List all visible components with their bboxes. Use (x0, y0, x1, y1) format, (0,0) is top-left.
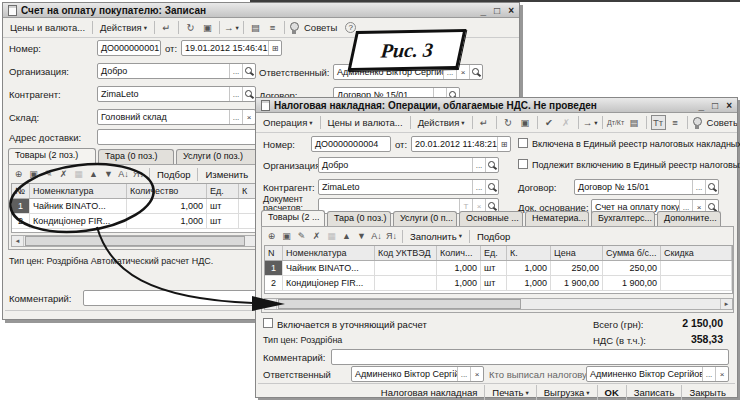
write-close-icon[interactable]: ↵ (477, 115, 492, 130)
cell-quantity[interactable]: 1,000 (127, 214, 207, 228)
tab-accounting[interactable]: Бухгалтерс... (591, 211, 655, 226)
ellipsis-button[interactable]: ... (472, 158, 485, 172)
col-k[interactable]: К. (507, 246, 551, 260)
ellipsis-button[interactable]: ... (472, 180, 485, 194)
sort-asc-icon[interactable]: А↓ (370, 230, 383, 243)
magnifier-icon[interactable] (242, 87, 255, 101)
tab-fixed-assets[interactable]: Основные ... (459, 211, 523, 226)
comment-field[interactable] (331, 349, 729, 365)
clear-button[interactable]: × (242, 110, 255, 124)
tab-services[interactable]: Услуги (0 поз.) (176, 149, 260, 164)
pick-button[interactable]: Подбор (473, 230, 514, 243)
cell-price[interactable]: 250,00 (551, 261, 603, 275)
move-down-icon[interactable]: ▼ (102, 168, 115, 181)
col-sum[interactable]: Сумма б/с... (603, 246, 661, 260)
tab-tare[interactable]: Тара (0 поз.) (327, 211, 391, 226)
ellipsis-button[interactable]: ... (229, 110, 242, 124)
cell-nomenclature[interactable]: Кондиціонер FIR... (30, 214, 127, 228)
change-button[interactable]: Изменить (201, 168, 252, 181)
tab-goods[interactable]: Товары (2 ... (261, 210, 325, 226)
date-field[interactable]: 19.01.2012 15:46:41 ⊞ (181, 40, 282, 56)
prices-currency-button[interactable]: Цены и валюта... (324, 116, 407, 129)
move-down-icon[interactable]: ▼ (355, 230, 368, 243)
minimize-button[interactable]: _ (699, 100, 705, 111)
copy-row-icon[interactable]: ▣ (27, 168, 40, 181)
cell-uktved[interactable] (375, 261, 437, 275)
col-n[interactable]: № (12, 184, 30, 198)
edit-row-icon[interactable]: ✎ (295, 230, 308, 243)
structure-icon[interactable]: ≡ (668, 115, 683, 130)
maximize-button[interactable]: □ (712, 100, 718, 111)
ellipsis-button[interactable]: ... (229, 87, 242, 101)
structure-icon[interactable]: ≡ (265, 20, 280, 35)
refresh-icon[interactable]: ↻ (501, 115, 516, 130)
minimize-button[interactable]: _ (481, 5, 487, 16)
ellipsis-button[interactable]: ... (229, 64, 242, 78)
close-button[interactable]: × (508, 5, 514, 16)
fill-menu-button[interactable]: Заполнить▾ (406, 230, 466, 243)
cell-k[interactable]: 1,000 (507, 276, 551, 290)
clarifying-checkbox[interactable] (263, 318, 273, 328)
post-document-icon[interactable]: ✔ (542, 115, 557, 130)
magnifier-icon[interactable] (485, 158, 498, 172)
tab-goods[interactable]: Товары (2 поз.) (8, 148, 96, 164)
print-button[interactable]: Печать▾ (484, 385, 535, 400)
cell-sum[interactable]: 250,00 (603, 261, 661, 275)
registry-subject-checkbox[interactable] (518, 159, 528, 169)
magnifier-icon[interactable] (469, 65, 482, 79)
col-nomenclature[interactable]: Номенклатура (283, 246, 375, 260)
cell-quantity[interactable]: 1,000 (127, 199, 207, 213)
col-quantity[interactable]: Количество (127, 184, 207, 198)
clear-button[interactable]: × (715, 367, 728, 381)
write-close-icon[interactable]: ↵ (159, 20, 174, 35)
move-up-icon[interactable]: ▲ (87, 168, 100, 181)
scroll-left-icon[interactable]: ◄ (265, 299, 277, 309)
copy-row-icon[interactable]: ▣ (280, 230, 293, 243)
scroll-thumb[interactable] (278, 299, 521, 309)
clear-button[interactable]: × (470, 367, 483, 381)
cell-sum[interactable]: 1 900,00 (603, 276, 661, 290)
magnifier-icon[interactable] (485, 180, 498, 194)
tab-services[interactable]: Услуги (0 п... (393, 211, 457, 226)
delete-row-icon[interactable]: ✗ (57, 168, 70, 181)
cell-unit[interactable]: шт (207, 214, 239, 228)
col-nomenclature[interactable]: Номенклатура (30, 184, 127, 198)
invoice-titlebar[interactable]: Счет на оплату покупателю: Записан _ □ × (3, 3, 519, 18)
dtkt-icon[interactable]: Дт/Кт (607, 115, 625, 130)
report-icon[interactable]: ▤ (627, 115, 642, 130)
tax-invoice-doc-button[interactable]: Налоговая накладная (374, 385, 484, 400)
cell-quantity[interactable]: 1,000 (437, 261, 481, 275)
contragent-field[interactable]: ZimaLeto ... (318, 179, 499, 195)
col-unit[interactable]: Ед. (207, 184, 239, 198)
col-uktved[interactable]: Код УКТВЭД (375, 246, 437, 260)
col-price[interactable]: Цена (551, 246, 603, 260)
date-field[interactable]: 20.01.2012 11:48:21 ⊞ (411, 136, 511, 152)
sort-asc-icon[interactable]: А↓ (117, 168, 130, 181)
tab-additional[interactable]: Дополните... (657, 211, 721, 226)
registry-included-checkbox[interactable] (518, 138, 528, 148)
edit-row-icon[interactable]: ✎ (42, 168, 55, 181)
scroll-left-icon[interactable]: ◄ (12, 236, 24, 246)
tab-intangible[interactable]: Нематериа... (525, 211, 589, 226)
refresh-icon[interactable]: ↻ (183, 20, 198, 35)
scroll-right-icon[interactable]: ► (720, 299, 732, 309)
go-menu-icon[interactable]: →▾ (583, 115, 598, 130)
contragent-field[interactable]: ZimaLeto ... (97, 86, 256, 102)
organization-field[interactable]: Добро ... (318, 157, 499, 173)
move-up-icon[interactable]: ▲ (340, 230, 353, 243)
save-button[interactable]: Записать (626, 385, 682, 400)
cell-quantity[interactable]: 1,000 (437, 276, 481, 290)
tax-invoice-titlebar[interactable]: Налоговая накладная: Операции, облагаемы… (256, 98, 737, 113)
pick-button[interactable]: Подбор (153, 168, 194, 181)
cell-price[interactable]: 1 900,00 (551, 276, 603, 290)
actions-menu-button[interactable]: Действия▾ (414, 116, 469, 129)
ellipsis-button[interactable]: ... (692, 180, 705, 194)
cell-nomenclature[interactable]: Чайник BINATO... (30, 199, 127, 213)
maximize-button[interactable]: □ (494, 5, 500, 16)
horizontal-scrollbar[interactable]: ◄ ► (264, 298, 733, 310)
col-n[interactable]: N (265, 246, 283, 260)
sort-desc-icon[interactable]: Я↓ (385, 230, 398, 243)
cell-unit[interactable]: шт (481, 261, 507, 275)
calendar-icon[interactable]: ⊞ (268, 41, 281, 55)
number-field[interactable]: ДО0000000004 (311, 136, 391, 152)
